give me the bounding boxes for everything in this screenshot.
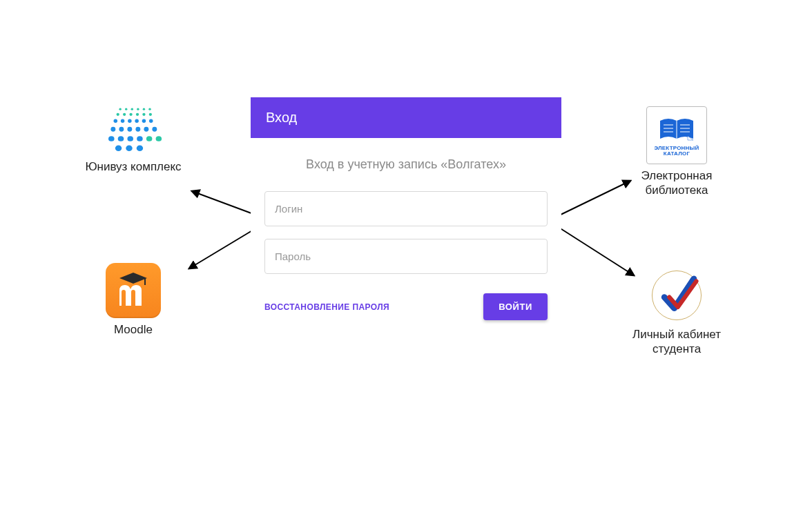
svg-marker-37 (119, 273, 147, 284)
svg-point-19 (135, 119, 138, 123)
svg-point-29 (118, 136, 124, 141)
elib-icon: ЭЛЕКТРОННЫЙ КАТАЛОГ (621, 106, 732, 164)
login-card: Вход Вход в учетную запись «Волгатех» ВО… (251, 97, 561, 330)
login-subtitle: Вход в учетную запись «Волгатех» (251, 157, 561, 172)
svg-point-5 (125, 108, 127, 110)
svg-point-22 (110, 127, 115, 132)
svg-line-1 (189, 228, 257, 268)
svg-point-30 (127, 136, 133, 141)
service-label: Moodle (78, 322, 188, 337)
svg-point-27 (152, 127, 157, 132)
service-univuz[interactable]: Юнивуз комплекс (78, 106, 188, 174)
svg-point-12 (129, 113, 132, 116)
elib-tile-caption: ЭЛЕКТРОННЫЙ КАТАЛОГ (654, 146, 699, 157)
password-input[interactable] (264, 239, 548, 274)
service-label: Юнивуз комплекс (78, 159, 188, 174)
svg-point-11 (123, 113, 126, 116)
svg-point-34 (115, 145, 122, 151)
svg-point-9 (148, 108, 151, 110)
svg-point-7 (137, 108, 139, 110)
login-header: Вход (251, 97, 561, 138)
volgatech-logo-icon (621, 268, 732, 323)
svg-point-13 (136, 113, 139, 116)
svg-point-8 (143, 108, 145, 110)
univuz-icon (78, 106, 188, 155)
service-label: Электронная библиотека (621, 168, 732, 198)
svg-point-32 (146, 136, 153, 141)
svg-point-17 (121, 119, 124, 123)
svg-point-6 (131, 108, 133, 110)
moodle-icon (78, 263, 188, 318)
svg-point-20 (142, 119, 146, 123)
svg-point-36 (137, 145, 143, 151)
svg-rect-38 (144, 278, 146, 285)
login-submit-button[interactable]: ВОЙТИ (483, 293, 548, 320)
svg-point-23 (119, 127, 124, 132)
service-electronic-library[interactable]: ЭЛЕКТРОННЫЙ КАТАЛОГ Электронная библиоте… (621, 106, 732, 198)
svg-point-25 (135, 127, 140, 132)
svg-point-4 (119, 108, 121, 110)
svg-point-21 (149, 119, 153, 123)
svg-point-10 (117, 113, 119, 116)
svg-point-15 (149, 113, 152, 116)
service-moodle[interactable]: Moodle (78, 263, 188, 337)
svg-point-28 (108, 136, 115, 141)
svg-line-0 (192, 191, 257, 215)
login-input[interactable] (264, 191, 548, 226)
svg-point-33 (156, 136, 162, 141)
reset-password-link[interactable]: ВОССТАНОВЛЕНИЕ ПАРОЛЯ (264, 302, 389, 312)
svg-point-16 (114, 119, 117, 123)
service-student-account[interactable]: Личный кабинет студента (621, 268, 732, 357)
svg-point-18 (128, 119, 131, 123)
svg-line-2 (559, 181, 630, 215)
svg-point-24 (127, 127, 132, 132)
svg-point-26 (144, 127, 148, 132)
service-label: Личный кабинет студента (621, 327, 732, 357)
svg-point-14 (142, 113, 145, 116)
svg-point-35 (126, 145, 132, 151)
svg-point-31 (137, 136, 143, 141)
